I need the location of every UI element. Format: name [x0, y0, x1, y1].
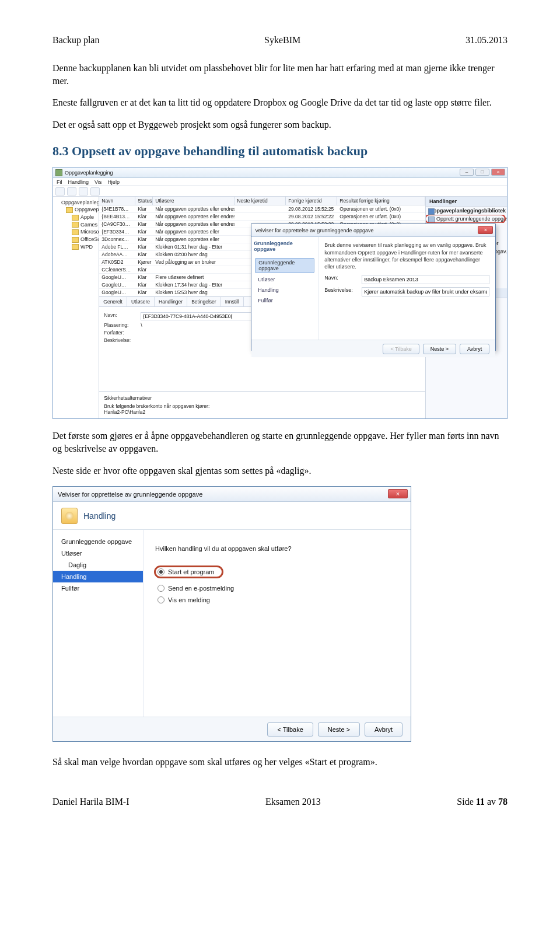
wizard2-nav: Grunnleggende oppgave Utløser Daglig Han…: [53, 530, 144, 717]
tab-actions[interactable]: Handlinger: [155, 297, 187, 306]
menu-vis[interactable]: Vis: [94, 179, 102, 185]
detail-loc-label: Plassering:: [104, 322, 136, 328]
task-scheduler-screenshot: Oppgaveplanlegging – □ × Fil Handling Vi…: [52, 167, 508, 419]
header-center: SykeBIM: [264, 35, 300, 46]
action-create-basic[interactable]: Opprett grunnleggende oppgave...: [426, 215, 507, 223]
radio-label: Send en e-postmelding: [168, 585, 234, 592]
table-row[interactable]: {34E1B78…KlarNår oppgaven opprettes elle…: [99, 205, 425, 213]
window-titlebar: Oppgaveplanlegging – □ ×: [53, 167, 507, 178]
wizard2-titlebar: Veiviser for opprettelse av grunnleggend…: [53, 487, 411, 502]
wizard-nav: Grunnleggende oppgave Grunnleggende oppg…: [251, 237, 318, 340]
wizard-dialog: Veiviser for opprettelse av grunnleggend…: [251, 224, 496, 351]
security-options: Sikkerhetsalternativer Bruk følgende bru…: [99, 391, 425, 418]
wizard-titlebar: Veiviser for opprettelse av grunnleggend…: [251, 224, 495, 237]
wizard2-question: Hvilken handling vil du at oppgaven skal…: [155, 545, 399, 552]
close-icon[interactable]: ×: [388, 489, 408, 498]
tree-folder[interactable]: Microsoft: [55, 228, 96, 236]
paragraph-6: Så skal man velge hvordan oppgave som sk…: [52, 756, 508, 769]
wizard-step-trigger[interactable]: Utløser: [255, 275, 314, 284]
tree-folder[interactable]: Apple: [55, 214, 96, 221]
wizard-buttons: < Tilbake Neste > Avbryt: [251, 340, 495, 357]
next-button[interactable]: Neste >: [318, 722, 360, 736]
wizard-step-basic[interactable]: Grunnleggende oppgave: [255, 258, 314, 273]
tree-folder[interactable]: OfficeSoftwarePr: [55, 236, 96, 243]
sec-line: Bruk følgende brukerkonto når oppgaven k…: [104, 403, 421, 409]
paragraph-4: Det første som gjøres er å åpne oppgaveb…: [52, 430, 508, 455]
tree-root[interactable]: Oppgaveplanlegging (l: [55, 199, 96, 206]
tree-lib[interactable]: Oppgaveplanleggingst: [55, 206, 96, 214]
tab-settings[interactable]: Innstill: [221, 297, 244, 306]
minimize-button[interactable]: –: [460, 169, 474, 176]
back-button[interactable]: < Tilbake: [267, 722, 313, 736]
cancel-button[interactable]: Avbryt: [460, 344, 489, 354]
back-button[interactable]: < Tilbake: [383, 344, 419, 354]
wizard-title: Veiviser for opprettelse av grunnleggend…: [255, 228, 373, 233]
wizard-icon: [61, 508, 78, 524]
wizard-name-input[interactable]: [362, 275, 489, 284]
menu-hjelp[interactable]: Hjelp: [107, 179, 120, 185]
wizard-main: Bruk denne veiviseren til rask planleggi…: [318, 237, 495, 340]
toolbar-button[interactable]: [79, 187, 88, 196]
wizard2-header: Handling: [53, 502, 411, 530]
menu-handling[interactable]: Handling: [68, 179, 89, 185]
toolbar-button[interactable]: [90, 187, 100, 196]
table-row[interactable]: {BEE4B13…KlarNår oppgaven opprettes elle…: [99, 213, 425, 221]
paragraph-1: Denne backupplanen kan bli utvidet om pl…: [52, 62, 508, 87]
col-status[interactable]: Status: [135, 197, 153, 205]
radio-show-message[interactable]: Vis en melding: [158, 596, 399, 603]
header-left: Backup plan: [52, 35, 99, 46]
close-icon[interactable]: ×: [478, 226, 493, 234]
wizard2-buttons: < Tilbake Neste > Avbryt: [53, 717, 411, 741]
cancel-button[interactable]: Avbryt: [365, 722, 402, 736]
paragraph-5: Neste side er hvor ofte oppgaven skal gj…: [52, 465, 508, 477]
next-button[interactable]: Neste >: [423, 344, 456, 354]
window-title: Oppgaveplanlegging: [65, 170, 113, 176]
wizard-desc-input[interactable]: [362, 287, 489, 296]
page-header: Backup plan SykeBIM 31.05.2013: [52, 35, 508, 46]
wiz2-step-action[interactable]: Handling: [53, 571, 143, 582]
col-next[interactable]: Neste kjøretid: [235, 197, 286, 205]
wizard-step-finish[interactable]: Fullfør: [255, 296, 314, 305]
col-trigger[interactable]: Utløsere: [153, 197, 235, 205]
radio-icon: [158, 585, 164, 592]
radio-label: Start et program: [168, 568, 214, 575]
tree-folder[interactable]: WPD: [55, 243, 96, 251]
grid-header: Navn Status Utløsere Neste kjøretid Forr…: [99, 197, 425, 205]
center-pane: Navn Status Utløsere Neste kjøretid Forr…: [99, 197, 425, 418]
wizard-name-label: Navn:: [324, 275, 358, 284]
wizard-step-action[interactable]: Handling: [255, 286, 314, 294]
nav-back-icon[interactable]: [55, 187, 65, 196]
tree-pane[interactable]: Oppgaveplanlegging (l Oppgaveplanlegging…: [53, 197, 99, 418]
tab-triggers[interactable]: Utløsere: [127, 297, 155, 306]
wiz2-step-daily[interactable]: Daglig: [53, 559, 143, 571]
footer-center: Eksamen 2013: [265, 797, 321, 807]
wiz2-step-finish[interactable]: Fullfør: [53, 582, 143, 594]
detail-desc-label: Beskrivelse:: [104, 337, 136, 343]
wizard2-main: Hvilken handling vil du at oppgaven skal…: [144, 530, 411, 717]
radio-icon: [158, 596, 164, 603]
wiz2-step-basic[interactable]: Grunnleggende oppgave: [53, 536, 143, 547]
maximize-button[interactable]: □: [475, 169, 489, 176]
radio-start-program[interactable]: Start et program: [158, 568, 222, 575]
sec-user: Harila2-PC\Harila2: [104, 409, 421, 415]
tab-conditions[interactable]: Betingelser: [187, 297, 221, 306]
paragraph-2: Eneste fallgruven er at det kan ta litt …: [52, 96, 508, 109]
col-name[interactable]: Navn: [99, 197, 135, 205]
tree-folder[interactable]: Games: [55, 221, 96, 229]
col-result[interactable]: Resultat forrige kjøring: [337, 197, 425, 205]
nav-forward-icon[interactable]: [67, 187, 76, 196]
menu-bar: Fil Handling Vis Hjelp: [53, 178, 507, 186]
actions-group: Oppgaveplanleggingsbibliotek: [426, 207, 507, 215]
wiz2-step-trigger[interactable]: Utløser: [53, 547, 143, 559]
wizard-desc: Bruk denne veiviseren til rask planleggi…: [324, 242, 489, 270]
app-icon: [55, 169, 62, 176]
tab-general[interactable]: Generelt: [99, 297, 127, 306]
menu-fil[interactable]: Fil: [57, 179, 62, 185]
col-prev[interactable]: Forrige kjøretid: [286, 197, 337, 205]
close-button[interactable]: ×: [491, 169, 505, 176]
radio-send-email[interactable]: Send en e-postmelding: [158, 585, 399, 592]
header-right: 31.05.2013: [466, 35, 508, 46]
detail-name-label: Navn:: [104, 312, 136, 320]
paragraph-3: Det er også satt opp et Byggeweb prosjek…: [52, 118, 508, 131]
section-heading-83: 8.3 Oppsett av oppgave behandling til au…: [52, 144, 508, 159]
